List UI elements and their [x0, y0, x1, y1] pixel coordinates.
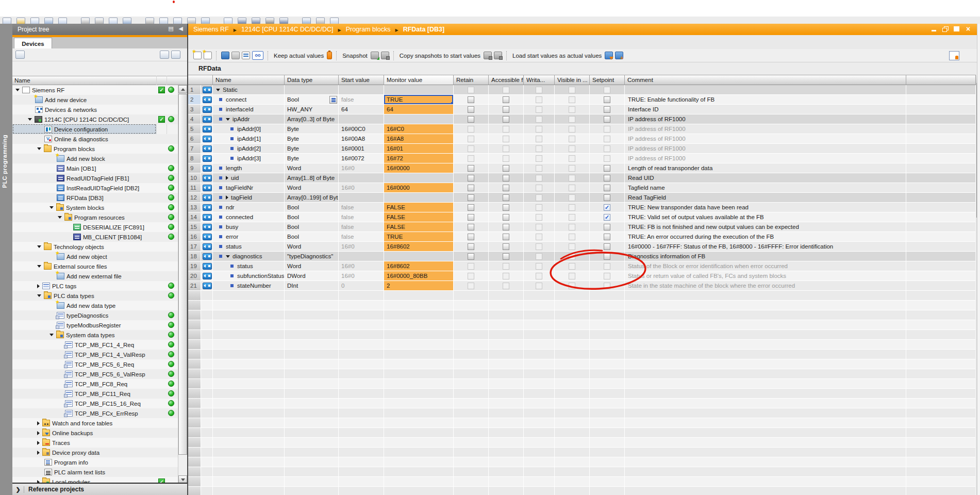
checkbox-accessible[interactable]: [503, 185, 509, 191]
cell-data-type[interactable]: Array[0..3] of Byte: [285, 114, 339, 124]
tree-item-tcp-mb-fc1-4-valresp[interactable]: TCP_MB_FC1_4_ValResp: [12, 350, 178, 359]
checkbox-accessible[interactable]: [503, 165, 509, 172]
checkbox-retain[interactable]: [468, 263, 474, 270]
tree-item-main-ob1-[interactable]: Main [OB1]: [12, 163, 178, 173]
cell-start-value[interactable]: 16#0: [339, 271, 384, 281]
checkbox-writable[interactable]: [536, 224, 542, 230]
checkbox-visible[interactable]: [569, 283, 575, 289]
toolbar-icon[interactable]: [30, 18, 39, 24]
checkbox-retain[interactable]: [468, 96, 474, 103]
checkbox-retain[interactable]: [468, 106, 474, 113]
chevron-right-icon[interactable]: [37, 284, 40, 288]
load-values-icon-2[interactable]: [615, 52, 623, 59]
breadcrumb-item[interactable]: Siemens RF: [193, 26, 229, 33]
cell-name[interactable]: tagField: [213, 193, 285, 203]
cell-start-value[interactable]: 16#00C0: [339, 124, 384, 134]
toolbar-icon[interactable]: [302, 18, 311, 24]
cell-start-value[interactable]: 16#0: [339, 242, 384, 252]
tree-item-system-data-types[interactable]: System data types: [12, 330, 178, 340]
column-header-visible-in-[interactable]: Visible in ...: [555, 75, 590, 85]
tree-item-online-backups[interactable]: Online backups: [12, 428, 178, 438]
cell-monitor-value[interactable]: 16#A8: [384, 134, 454, 144]
cell-start-value[interactable]: false: [339, 212, 384, 222]
cell-name[interactable]: connect: [213, 95, 285, 105]
cell-start-value[interactable]: [339, 85, 384, 95]
tree-item-add-new-data-type[interactable]: Add new data type: [12, 301, 178, 310]
tree-item-program-info[interactable]: Program info: [12, 457, 178, 467]
checkbox-visible[interactable]: [569, 106, 575, 113]
checkbox-visible[interactable]: [569, 243, 575, 250]
checkbox-writable[interactable]: [536, 136, 542, 142]
checkbox-visible[interactable]: [569, 165, 575, 172]
cell-name[interactable]: ndr: [213, 203, 285, 212]
checkbox-setpoint[interactable]: [604, 165, 610, 172]
cell-name[interactable]: ipAddr[2]: [213, 144, 285, 154]
checkbox-writable[interactable]: [536, 243, 542, 250]
tree-item-device-configuration[interactable]: Device configuration: [12, 124, 178, 134]
cell-monitor-value[interactable]: 16#8602: [384, 242, 454, 252]
chevron-right-icon[interactable]: [37, 441, 40, 445]
cell-monitor-value[interactable]: 16#8602: [384, 261, 454, 271]
cell-comment[interactable]: Read TagField: [625, 193, 906, 203]
tree-item-tcp-mb-fc5-6-valresp[interactable]: TCP_MB_FC5_6_ValResp: [12, 369, 178, 379]
cell-comment[interactable]: Status or return value of called FB's, F…: [625, 271, 906, 281]
checkbox-writable[interactable]: [536, 283, 542, 289]
tree-item-watch-and-force-tables[interactable]: Watch and force tables: [12, 418, 178, 428]
scrollbar-thumb[interactable]: [178, 94, 187, 455]
cell-monitor-value[interactable]: 16#C0: [384, 124, 454, 134]
cell-name[interactable]: ipAddr[3]: [213, 154, 285, 163]
cell-data-type[interactable]: HW_ANY: [285, 105, 339, 114]
checkbox-visible[interactable]: [569, 136, 575, 142]
column-header-name[interactable]: Name: [213, 75, 285, 85]
checkbox-visible[interactable]: [569, 204, 575, 211]
checkbox-setpoint[interactable]: [604, 185, 610, 191]
close-button[interactable]: ×: [965, 26, 972, 32]
checkbox-accessible[interactable]: [503, 263, 509, 270]
tree-item-tcp-mb-fc11-req[interactable]: TCP_MB_FC11_Req: [12, 389, 178, 399]
tree-item-system-blocks[interactable]: System blocks: [12, 203, 178, 212]
checkbox-setpoint[interactable]: [604, 145, 610, 152]
checkbox-writable[interactable]: [536, 204, 542, 211]
cell-data-type[interactable]: DInt: [285, 281, 339, 291]
chevron-down-icon[interactable]: [28, 118, 32, 121]
checkbox-retain[interactable]: [468, 116, 474, 123]
checkbox-retain[interactable]: [468, 136, 474, 142]
checkbox-visible[interactable]: [569, 96, 575, 103]
checkbox-accessible[interactable]: [503, 194, 509, 201]
checkbox-setpoint[interactable]: [604, 116, 610, 123]
cell-comment[interactable]: Read UID: [625, 173, 906, 183]
cell-start-value[interactable]: 16#00A8: [339, 134, 384, 144]
checkbox-accessible[interactable]: [503, 126, 509, 133]
chevron-down-icon[interactable]: [226, 255, 230, 258]
checkbox-visible[interactable]: [569, 145, 575, 152]
tree-item-readuidtagfield-fb1-[interactable]: ReadUIDTagField [FB1]: [12, 173, 178, 183]
checkbox-writable[interactable]: [536, 116, 542, 123]
chevron-down-icon[interactable]: [226, 118, 230, 121]
checkbox-retain[interactable]: [468, 214, 474, 221]
monitor-all-icon[interactable]: oo: [252, 51, 263, 60]
cell-name[interactable]: interfaceId: [213, 105, 285, 114]
checkbox-writable[interactable]: [536, 145, 542, 152]
expand-section-icon[interactable]: ❯: [12, 486, 24, 493]
checkbox-retain[interactable]: [468, 194, 474, 201]
checkbox-accessible[interactable]: [503, 234, 509, 240]
toolbar-icon[interactable]: [279, 18, 288, 24]
cell-monitor-value[interactable]: 16#0000_80BB: [384, 271, 454, 281]
cell-start-value[interactable]: 16#0: [339, 163, 384, 173]
checkbox-retain[interactable]: [468, 243, 474, 250]
checkbox-writable[interactable]: [536, 96, 542, 103]
checkbox-writable[interactable]: [536, 155, 542, 162]
chevron-down-icon[interactable]: [37, 265, 41, 268]
cell-comment[interactable]: Tagfield name: [625, 183, 906, 193]
add-row-icon[interactable]: [204, 52, 212, 59]
checkbox-visible[interactable]: [569, 263, 575, 270]
checkbox-accessible[interactable]: [503, 116, 509, 123]
cell-monitor-value[interactable]: 16#0000: [384, 183, 454, 193]
scroll-up-icon[interactable]: [178, 85, 187, 93]
tree-item-add-new-object[interactable]: Add new object: [12, 252, 178, 261]
checkbox-accessible[interactable]: [503, 204, 509, 211]
main-application-toolbar[interactable]: [0, 16, 980, 24]
checkbox-writable[interactable]: [536, 87, 542, 93]
chevron-down-icon[interactable]: [58, 216, 62, 219]
tree-item-devices-networks[interactable]: Devices & networks: [12, 105, 178, 114]
